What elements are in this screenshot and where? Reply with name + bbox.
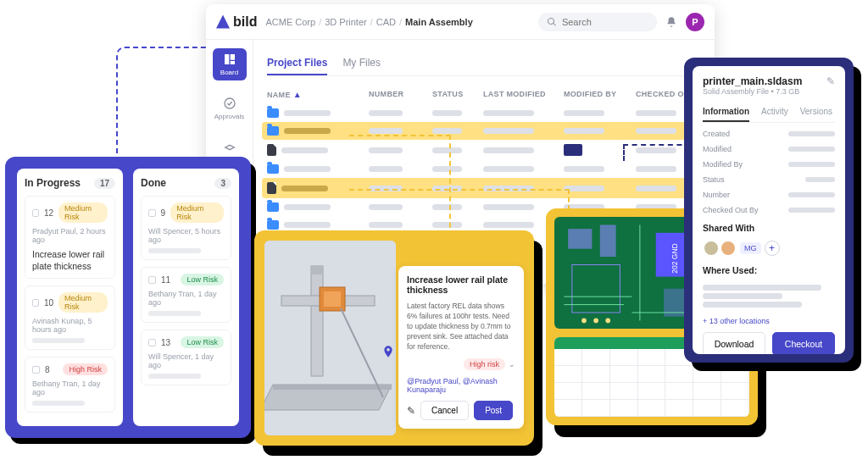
packages-icon — [223, 141, 236, 154]
bell-icon[interactable] — [665, 16, 677, 28]
table-row-highlighted[interactable] — [262, 178, 706, 198]
info-subtitle: Solid Assembly File • 7.3 GB — [703, 87, 802, 96]
checkout-button[interactable]: Checkout — [772, 332, 835, 354]
svg-text:202 GND: 202 GND — [670, 243, 679, 273]
cad-note-panel: Increase lower rail plate thickness Late… — [254, 230, 534, 446]
crumb[interactable]: 3D Printer — [325, 17, 367, 27]
tab-versions[interactable]: Versions — [800, 103, 832, 122]
checkbox-icon[interactable] — [32, 366, 40, 374]
col-modified-by[interactable]: MODIFIED BY — [564, 90, 636, 99]
chevron-down-icon[interactable]: ⌄ — [509, 360, 515, 369]
kanban-card[interactable]: 9Medium Risk Will Spencer, 5 hours ago — [141, 196, 231, 260]
kanban-card[interactable]: 12Medium Risk Pradyut Paul, 2 hours ago … — [25, 196, 115, 279]
approvals-icon — [223, 97, 236, 110]
sidebar-label: Approvals — [214, 113, 245, 120]
col-number[interactable]: NUMBER — [369, 90, 432, 99]
card-meta: Avinash Kunap, 5 hours ago — [32, 317, 108, 334]
tab-information[interactable]: Information — [703, 103, 749, 122]
col-status[interactable]: STATUS — [432, 90, 483, 99]
checkbox-icon[interactable] — [32, 209, 39, 217]
note-popover: Increase lower rail plate thickness Late… — [398, 266, 524, 429]
file-icon — [267, 144, 276, 156]
file-tabs: Project Files My Files — [267, 52, 701, 76]
checkbox-icon[interactable] — [148, 339, 156, 346]
logo-mark-icon — [216, 15, 230, 29]
tab-activity[interactable]: Activity — [761, 103, 788, 122]
sidebar-label: Board — [220, 69, 238, 76]
svg-rect-19 — [324, 291, 341, 307]
meta-label: Modified By — [703, 160, 743, 169]
cancel-button[interactable]: Cancel — [420, 401, 469, 420]
kanban-card[interactable]: 10Medium Risk Avinash Kunap, 5 hours ago — [25, 285, 115, 350]
meta-label: Created — [703, 130, 730, 138]
card-number: 9 — [161, 208, 166, 218]
note-title: Increase lower rail plate thickness — [407, 274, 515, 295]
file-icon — [267, 182, 276, 194]
user-avatar[interactable]: P — [686, 13, 704, 31]
location-pin-icon — [381, 345, 395, 358]
breadcrumb: ACME Corp/ 3D Printer/ CAD/ Main Assembl… — [265, 17, 530, 27]
note-mentions[interactable]: @Pradyut Paul, @Avinash Kunaparaju — [407, 377, 515, 394]
col-name[interactable]: NAME — [267, 91, 291, 99]
search-input[interactable] — [562, 17, 648, 27]
table-row[interactable] — [267, 104, 701, 122]
avatar[interactable] — [720, 240, 737, 257]
sidebar-item-board[interactable]: Board — [213, 48, 247, 80]
kanban-card[interactable]: 8High Risk Bethany Tran, 1 day ago — [25, 357, 115, 413]
meta-label: Checked Out By — [703, 206, 759, 214]
kanban-card[interactable]: 11Low Risk Bethany Tran, 1 day ago — [141, 267, 231, 323]
folder-icon — [267, 164, 279, 174]
where-used-list — [703, 282, 835, 310]
card-meta: Bethany Tran, 1 day ago — [32, 380, 108, 396]
download-button[interactable]: Download — [703, 332, 765, 354]
tab-project-files[interactable]: Project Files — [267, 52, 327, 75]
top-bar: bild ACME Corp/ 3D Printer/ CAD/ Main As… — [206, 4, 715, 40]
crumb[interactable]: CAD — [376, 17, 396, 27]
column-title: Done — [141, 177, 166, 189]
kanban-board: In Progress 17 12Medium Risk Pradyut Pau… — [5, 157, 251, 438]
folder-icon — [267, 220, 279, 230]
pencil-icon[interactable]: ✎ — [407, 405, 415, 417]
more-locations-link[interactable]: + 13 other locations — [703, 317, 835, 325]
kanban-card[interactable]: 13Low Risk Will Spencer, 1 day ago — [141, 330, 231, 385]
column-in-progress: In Progress 17 12Medium Risk Pradyut Pau… — [17, 169, 123, 426]
info-tabs: Information Activity Versions — [703, 103, 835, 123]
card-number: 12 — [44, 208, 53, 218]
card-meta: Pradyut Paul, 2 hours ago — [32, 227, 108, 244]
avatar[interactable] — [703, 240, 720, 257]
risk-badge: High Risk — [63, 363, 108, 375]
column-done: Done 3 9Medium Risk Will Spencer, 5 hour… — [133, 169, 239, 426]
pencil-icon[interactable]: ✎ — [826, 75, 835, 87]
checkbox-icon[interactable] — [148, 209, 156, 217]
post-button[interactable]: Post — [474, 401, 513, 420]
table-row-highlighted[interactable] — [262, 122, 706, 140]
svg-point-9 — [581, 319, 587, 324]
svg-point-11 — [605, 319, 610, 324]
sort-asc-icon: ▲ — [293, 90, 302, 99]
note-body: Latest factory REL data shows 6% failure… — [407, 302, 515, 352]
sidebar-item-approvals[interactable]: Approvals — [213, 92, 247, 125]
meta-label: Status — [703, 175, 725, 184]
crumb[interactable]: ACME Corp — [265, 17, 315, 27]
checkbox-icon[interactable] — [32, 299, 39, 307]
svg-rect-4 — [568, 229, 592, 249]
where-used-label: Where Used: — [703, 265, 835, 275]
table-row[interactable] — [267, 160, 701, 178]
card-number: 8 — [45, 365, 50, 374]
user-badge[interactable]: MG — [740, 242, 761, 254]
tab-my-files[interactable]: My Files — [342, 52, 381, 75]
logo: bild — [216, 14, 257, 30]
search-box[interactable] — [538, 13, 657, 31]
cad-render[interactable] — [264, 241, 396, 435]
meta-label: Number — [703, 191, 730, 199]
checkbox-icon[interactable] — [148, 276, 156, 284]
table-row[interactable] — [267, 140, 701, 160]
column-count: 3 — [214, 178, 231, 189]
app-name: bild — [233, 14, 257, 30]
folder-icon — [267, 126, 279, 136]
add-share-button[interactable]: + — [765, 241, 780, 256]
risk-badge[interactable]: High risk — [464, 358, 505, 370]
file-info-panel: printer_main.sldasm Solid Assembly File … — [684, 58, 854, 363]
col-last-modified[interactable]: LAST MODIFIED — [483, 90, 564, 99]
risk-badge: Medium Risk — [58, 202, 108, 223]
